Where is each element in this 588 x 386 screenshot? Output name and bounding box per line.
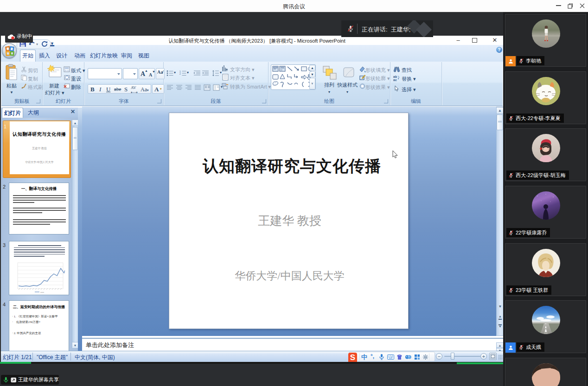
svg-text:xxxx: xxxx [40, 291, 44, 293]
svg-text:2: 2 [179, 72, 181, 75]
svg-text:ab: ab [393, 75, 397, 78]
svg-text:ac: ac [393, 78, 397, 81]
